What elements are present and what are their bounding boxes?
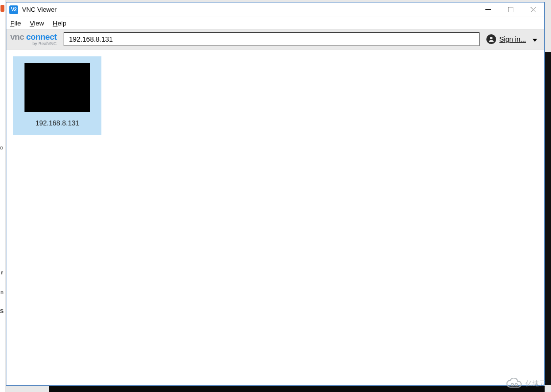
maximize-button[interactable] xyxy=(499,2,522,17)
bg-letter: S xyxy=(0,308,3,314)
close-icon xyxy=(530,7,536,12)
connection-tile[interactable]: 192.168.8.131 xyxy=(13,56,101,135)
connection-label: 192.168.8.131 xyxy=(35,119,79,127)
connections-area: 192.168.8.131 xyxy=(6,49,544,385)
svg-rect-1 xyxy=(508,7,513,12)
watermark-text: 亿速云 xyxy=(526,379,546,388)
logo-connect-text: connect xyxy=(26,32,56,42)
vnc-viewer-window: V2 VNC Viewer File View Help vnc connect… xyxy=(6,2,545,386)
svg-point-4 xyxy=(490,37,492,39)
svg-point-6 xyxy=(511,384,514,386)
svg-point-7 xyxy=(515,384,518,386)
sign-in-button[interactable]: Sign in... xyxy=(484,34,539,44)
bg-letter: o xyxy=(0,145,3,150)
close-button[interactable] xyxy=(522,2,544,17)
menu-file[interactable]: File xyxy=(10,20,21,27)
background-window-sliver: o r n S xyxy=(0,0,6,392)
logo-vnc-text: vnc xyxy=(10,32,24,42)
app-icon-text: V2 xyxy=(11,7,16,12)
vnc-connect-logo: vnc connect by RealVNC xyxy=(8,33,59,46)
connection-thumbnail xyxy=(24,63,90,112)
logo-line1: vnc connect xyxy=(10,33,57,41)
user-icon xyxy=(486,34,496,44)
menubar: File View Help xyxy=(6,17,544,29)
app-icon: V2 xyxy=(9,5,18,14)
window-title: VNC Viewer xyxy=(22,6,57,13)
cloud-icon xyxy=(506,378,523,389)
address-input[interactable] xyxy=(64,32,479,46)
background-bottom-bar xyxy=(49,386,545,392)
menu-view[interactable]: View xyxy=(30,20,44,27)
menu-help[interactable]: Help xyxy=(53,20,67,27)
bg-letter: n xyxy=(0,289,3,295)
titlebar[interactable]: V2 VNC Viewer xyxy=(6,2,544,17)
background-dark-strip xyxy=(545,52,551,385)
watermark: 亿速云 xyxy=(506,378,546,389)
background-orange-accent xyxy=(0,5,4,12)
svg-marker-5 xyxy=(532,39,537,42)
minimize-icon xyxy=(485,7,491,12)
chevron-down-icon xyxy=(532,35,537,44)
toolbar: vnc connect by RealVNC Sign in... xyxy=(6,29,544,49)
maximize-icon xyxy=(508,7,513,12)
sign-in-label: Sign in... xyxy=(500,35,526,43)
logo-line2: by RealVNC xyxy=(32,42,57,46)
bg-letter: r xyxy=(1,270,3,275)
minimize-button[interactable] xyxy=(477,2,499,17)
